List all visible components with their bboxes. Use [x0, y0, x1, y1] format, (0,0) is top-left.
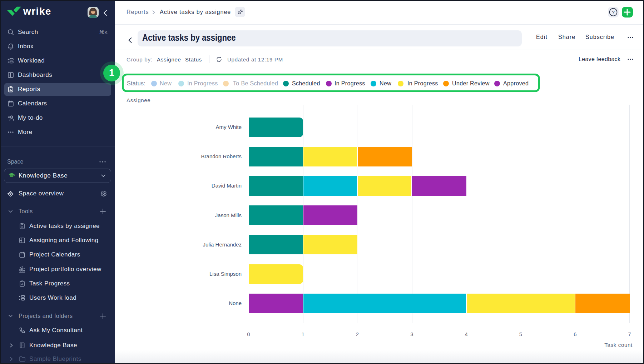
svg-text:?: ? [612, 10, 615, 15]
